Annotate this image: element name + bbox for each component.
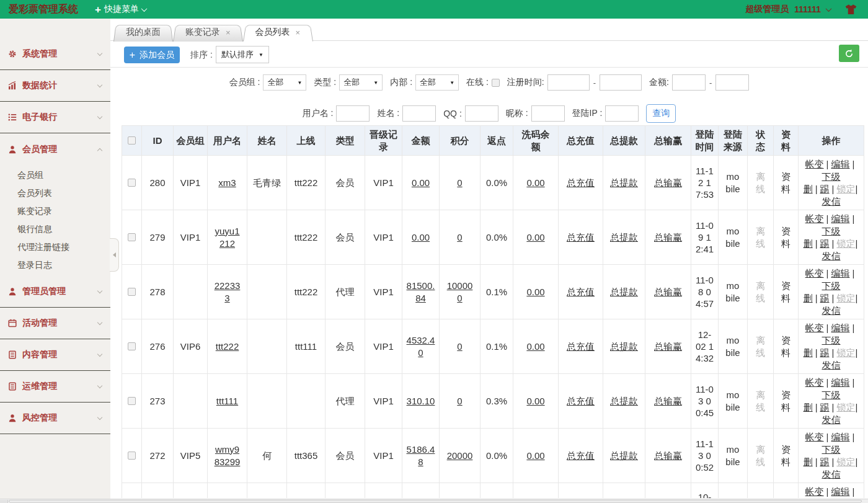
internal-select[interactable]: 全部▼ bbox=[415, 74, 459, 91]
row-checkbox[interactable] bbox=[128, 452, 136, 460]
search-button[interactable]: 查询 bbox=[646, 104, 676, 123]
total-recharge-link[interactable]: 总充值 bbox=[567, 232, 595, 243]
points-link[interactable]: 0 bbox=[457, 177, 462, 188]
sidebar-item-operations[interactable]: 运维管理 bbox=[0, 371, 110, 403]
op-delete[interactable]: 删 bbox=[804, 402, 813, 412]
op-edit[interactable]: 编辑 bbox=[831, 377, 850, 388]
total-winloss-link[interactable]: 总输赢 bbox=[654, 396, 682, 406]
op-subordinate[interactable]: 下级 bbox=[822, 444, 841, 455]
op-delete[interactable]: 删 bbox=[804, 347, 813, 358]
op-send-message[interactable]: 发信 bbox=[822, 251, 841, 261]
member-group-select[interactable]: 全部▼ bbox=[263, 74, 306, 91]
name-input[interactable] bbox=[402, 105, 436, 122]
amount-link[interactable]: 310.10 bbox=[407, 396, 435, 406]
op-account-change[interactable]: 帐变 bbox=[805, 213, 824, 224]
op-kick[interactable]: 踢 bbox=[820, 456, 830, 467]
add-member-button[interactable]: +添加会员 bbox=[124, 47, 180, 63]
op-subordinate[interactable]: 下级 bbox=[822, 280, 841, 291]
points-link[interactable]: 0 bbox=[457, 232, 462, 243]
online-checkbox[interactable] bbox=[492, 79, 500, 87]
amount-link[interactable]: 5186.48 bbox=[407, 444, 435, 467]
sidebar-item-stats[interactable]: 数据统计 bbox=[0, 70, 110, 102]
amount-to-input[interactable] bbox=[715, 74, 749, 91]
total-recharge-link[interactable]: 总充值 bbox=[567, 341, 595, 352]
nick-input[interactable] bbox=[531, 105, 565, 122]
username-link[interactable]: ttt111 bbox=[216, 396, 238, 406]
row-checkbox[interactable] bbox=[128, 288, 136, 296]
quick-menu-button[interactable]: + 快捷菜单 bbox=[95, 4, 146, 15]
theme-shirt-icon[interactable] bbox=[845, 4, 857, 15]
close-icon[interactable]: × bbox=[296, 28, 301, 37]
op-subordinate[interactable]: 下级 bbox=[822, 389, 841, 400]
row-checkbox[interactable] bbox=[128, 342, 136, 350]
total-withdraw-link[interactable]: 总提款 bbox=[610, 287, 638, 297]
op-lock[interactable]: 锁定 bbox=[836, 347, 855, 358]
profile-link[interactable]: 资料 bbox=[781, 226, 790, 249]
op-account-change[interactable]: 帐变 bbox=[805, 432, 824, 442]
tab-account-change[interactable]: 账变记录× bbox=[173, 24, 243, 41]
op-subordinate[interactable]: 下级 bbox=[822, 226, 841, 236]
row-checkbox[interactable] bbox=[128, 397, 136, 405]
wash-balance-link[interactable]: 0.00 bbox=[526, 177, 544, 188]
total-withdraw-link[interactable]: 总提款 bbox=[610, 232, 638, 243]
sidebar-subitem-agent-reg-link[interactable]: 代理注册链接 bbox=[0, 238, 110, 256]
op-account-change[interactable]: 帐变 bbox=[805, 377, 824, 388]
op-delete[interactable]: 删 bbox=[804, 238, 813, 249]
wash-balance-link[interactable]: 0.00 bbox=[526, 232, 544, 243]
scrollbar-thumb[interactable] bbox=[9, 500, 862, 502]
sidebar-subitem-account-change[interactable]: 账变记录 bbox=[0, 202, 110, 220]
op-send-message[interactable]: 发信 bbox=[822, 196, 841, 207]
total-withdraw-link[interactable]: 总提款 bbox=[610, 177, 638, 188]
admin-chevron-down-icon[interactable] bbox=[826, 6, 832, 12]
amount-link[interactable]: 0.00 bbox=[412, 232, 430, 243]
op-account-change[interactable]: 帐变 bbox=[805, 486, 824, 497]
profile-link[interactable]: 资料 bbox=[781, 335, 790, 358]
username-link[interactable]: xm3 bbox=[218, 177, 236, 188]
op-account-change[interactable]: 帐变 bbox=[805, 159, 824, 169]
profile-link[interactable]: 资料 bbox=[781, 444, 790, 467]
profile-link[interactable]: 资料 bbox=[781, 280, 790, 303]
op-lock[interactable]: 锁定 bbox=[836, 238, 855, 249]
sidebar-item-activity[interactable]: 活动管理 bbox=[0, 308, 110, 339]
total-recharge-link[interactable]: 总充值 bbox=[567, 287, 595, 297]
total-winloss-link[interactable]: 总输赢 bbox=[654, 232, 682, 243]
sidebar-subitem-member-group[interactable]: 会员组 bbox=[0, 166, 110, 184]
total-winloss-link[interactable]: 总输赢 bbox=[654, 177, 682, 188]
total-winloss-link[interactable]: 总输赢 bbox=[654, 450, 682, 461]
username-link[interactable]: ttt222 bbox=[216, 341, 239, 352]
refresh-button[interactable] bbox=[839, 45, 859, 62]
op-edit[interactable]: 编辑 bbox=[831, 323, 850, 333]
sidebar-item-content[interactable]: 内容管理 bbox=[0, 339, 110, 371]
op-edit[interactable]: 编辑 bbox=[831, 159, 850, 169]
tab-member-list[interactable]: 会员列表× bbox=[243, 24, 313, 41]
op-edit[interactable]: 编辑 bbox=[831, 486, 850, 497]
points-link[interactable]: 20000 bbox=[447, 450, 473, 461]
op-delete[interactable]: 删 bbox=[804, 184, 813, 194]
sidebar-item-system[interactable]: 系统管理 bbox=[0, 38, 110, 70]
amount-link[interactable]: 81500.84 bbox=[407, 280, 435, 303]
username-link[interactable]: wmy983299 bbox=[215, 444, 241, 467]
op-kick[interactable]: 踢 bbox=[820, 184, 830, 194]
amount-link[interactable]: 0.00 bbox=[412, 177, 430, 188]
ip-input[interactable] bbox=[605, 105, 639, 122]
wash-balance-link[interactable]: 0.00 bbox=[526, 287, 544, 297]
username-link[interactable]: yuyu1212 bbox=[215, 226, 239, 249]
op-edit[interactable]: 编辑 bbox=[831, 432, 850, 442]
op-lock[interactable]: 锁定 bbox=[836, 456, 855, 467]
op-lock[interactable]: 锁定 bbox=[836, 184, 855, 194]
amount-link[interactable]: 4532.40 bbox=[407, 335, 435, 358]
op-send-message[interactable]: 发信 bbox=[822, 360, 841, 370]
tab-my-desktop[interactable]: 我的桌面 bbox=[113, 24, 173, 41]
row-checkbox[interactable] bbox=[128, 179, 136, 187]
op-send-message[interactable]: 发信 bbox=[822, 414, 841, 425]
sidebar-subitem-member-list[interactable]: 会员列表 bbox=[0, 184, 110, 202]
select-all-checkbox[interactable] bbox=[128, 136, 136, 145]
sidebar-subitem-login-log[interactable]: 登录日志 bbox=[0, 256, 110, 274]
row-checkbox[interactable] bbox=[128, 233, 136, 241]
regtime-from-input[interactable] bbox=[547, 74, 590, 91]
close-icon[interactable]: × bbox=[226, 28, 231, 37]
total-recharge-link[interactable]: 总充值 bbox=[567, 450, 595, 461]
op-kick[interactable]: 踢 bbox=[820, 238, 830, 249]
wash-balance-link[interactable]: 0.00 bbox=[526, 396, 544, 406]
horizontal-scrollbar[interactable] bbox=[0, 499, 868, 503]
